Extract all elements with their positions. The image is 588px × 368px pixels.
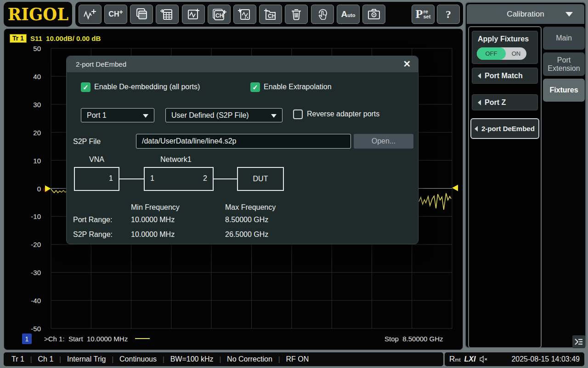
y-axis-label: -50: [23, 325, 41, 333]
reverse-ports-checkbox[interactable]: [293, 109, 303, 119]
channel-badge[interactable]: 1: [22, 334, 32, 344]
add-trace-button[interactable]: [79, 5, 102, 24]
apply-fixtures-label: Apply Fixtures: [478, 35, 529, 43]
help-button[interactable]: ?: [437, 5, 460, 24]
apply-fixtures-group: Apply Fixtures OFF ON: [472, 31, 538, 64]
dropdown-arrow-icon: [271, 114, 277, 118]
rigol-logo: RIGOL: [7, 4, 68, 24]
port-select[interactable]: Port 1: [81, 108, 154, 122]
terminal-icon[interactable]: [572, 335, 585, 348]
port-range-label: Port Range:: [73, 216, 112, 224]
tab-port-extension-label: Port Extension: [546, 56, 582, 73]
status-bar: Tr 1| Ch 1| Internal Trig| Continuous| B…: [4, 352, 443, 366]
touch-button[interactable]: [311, 5, 334, 24]
toggle-on[interactable]: ON: [506, 47, 526, 60]
speaker-mute-icon[interactable]: [479, 356, 488, 363]
remote-indicator: Rmt: [449, 355, 461, 364]
trace-segment-left: [51, 189, 67, 193]
channel-start-label[interactable]: >Ch 1: Start 10.0000 MHz: [44, 335, 128, 343]
network1-label: Network1: [160, 155, 192, 164]
reverse-ports-label[interactable]: Reverse adapter ports: [307, 110, 379, 118]
calibration-menu-header[interactable]: Calibration: [467, 4, 584, 24]
y-axis-label: -40: [23, 297, 41, 305]
delete-button[interactable]: [285, 5, 308, 24]
deembed-checkbox-label[interactable]: Enable De-embedding (all ports): [94, 83, 200, 91]
datetime: 2025-08-15 14:03:49: [511, 355, 580, 363]
auto-button[interactable]: Auto: [337, 5, 360, 24]
channel-stop-label[interactable]: Stop 8.50000 GHz: [384, 335, 443, 343]
port-match-label: Port Match: [485, 72, 523, 80]
port-z-label: Port Z: [485, 98, 506, 107]
preset-set: set: [423, 14, 430, 19]
extrapolation-checkbox-label[interactable]: Enable Extrapolation: [264, 83, 332, 91]
lxi-indicator: LXI: [464, 355, 476, 363]
tab-port-extension[interactable]: Port Extension: [543, 52, 585, 76]
trace-params[interactable]: S11 10.00dB/ 0.00 dB: [30, 34, 101, 42]
open-file-button[interactable]: Open...: [354, 134, 413, 149]
port-z-button[interactable]: Port Z: [472, 94, 538, 110]
y-axis-label: -20: [23, 241, 41, 248]
deembed-button[interactable]: 2-port DeEmbed: [470, 118, 539, 139]
status-sweep[interactable]: Continuous: [119, 355, 157, 363]
tab-main[interactable]: Main: [543, 27, 585, 50]
separator: |: [163, 356, 164, 363]
screenshot-button[interactable]: [362, 5, 385, 24]
reference-marker-right[interactable]: [452, 185, 458, 191]
max-frequency-header: Max Frequency: [225, 203, 276, 212]
status-rf[interactable]: RF ON: [286, 355, 309, 363]
network-type-value: User Defined (S2P File): [171, 111, 249, 120]
network-port-2: 2: [203, 174, 207, 183]
dut-box: DUT: [237, 167, 284, 191]
tab-fixtures-label: Fixtures: [549, 86, 578, 94]
dialog-titlebar[interactable]: 2-port DeEmbed ✕: [67, 56, 418, 72]
triangle-left-icon: [478, 73, 481, 79]
status-bandwidth[interactable]: BW=100 kHz: [170, 355, 214, 363]
deembed-checkbox[interactable]: ✓: [81, 82, 90, 92]
toggle-off[interactable]: OFF: [477, 47, 506, 60]
trace-badge[interactable]: Tr 1: [10, 34, 27, 43]
port-match-button[interactable]: Port Match: [472, 68, 538, 84]
port-select-value: Port 1: [87, 111, 107, 120]
check-icon: ✓: [252, 83, 258, 92]
s2p-range-min: 10.0000 MHz: [131, 230, 175, 239]
y-axis-label: 50: [23, 45, 41, 52]
extrapolation-checkbox[interactable]: ✓: [250, 82, 260, 92]
close-icon[interactable]: ✕: [401, 58, 413, 69]
add-channel-button[interactable]: CH+: [104, 5, 127, 24]
save-channel-button[interactable]: CH: [259, 5, 282, 24]
network1-box: 1 2: [144, 167, 214, 191]
add-channel-window-button[interactable]: CH: [208, 5, 231, 24]
check-icon: ✓: [83, 83, 89, 92]
tab-fixtures[interactable]: Fixtures: [543, 79, 585, 102]
add-trace-window-button[interactable]: [182, 5, 205, 24]
s2p-file-label: S2P File: [73, 138, 101, 146]
s2p-file-input[interactable]: /data/UserData/line/line4.s2p: [136, 134, 351, 149]
dialog-title: 2-port DeEmbed: [76, 60, 126, 68]
calibration-title: Calibration: [507, 10, 544, 19]
apply-fixtures-toggle[interactable]: OFF ON: [477, 47, 526, 60]
y-axis-label: 30: [23, 100, 41, 108]
preset-button[interactable]: P reset: [412, 5, 435, 24]
preset-p: P: [416, 7, 423, 21]
status-trace[interactable]: Tr 1: [11, 355, 24, 363]
auto-text: A: [341, 9, 348, 19]
y-axis-label: -10: [23, 213, 41, 220]
open-button-label: Open...: [372, 137, 396, 145]
svg-text:CH: CH: [268, 13, 276, 19]
y-axis-label: 10: [23, 156, 41, 164]
s2p-range-label: S2P Range:: [73, 230, 113, 239]
status-correction[interactable]: No Correction: [227, 355, 272, 363]
auto-small: uto: [347, 12, 355, 18]
add-table-button[interactable]: [156, 5, 179, 24]
save-trace-button[interactable]: [233, 5, 256, 24]
status-trigger[interactable]: Internal Trig: [67, 355, 106, 363]
s2p-file-path: /data/UserData/line/line4.s2p: [142, 137, 236, 145]
status-channel[interactable]: Ch 1: [38, 355, 54, 363]
menu-panel: Apply Fixtures OFF ON Port Match Port Z …: [468, 26, 542, 348]
connector-line: [214, 178, 237, 179]
network-type-select[interactable]: User Defined (S2P File): [165, 108, 283, 122]
tab-main-label: Main: [556, 34, 572, 42]
min-frequency-header: Min Frequency: [131, 203, 180, 212]
separator: |: [30, 356, 32, 363]
window-layout-button[interactable]: [130, 5, 153, 24]
